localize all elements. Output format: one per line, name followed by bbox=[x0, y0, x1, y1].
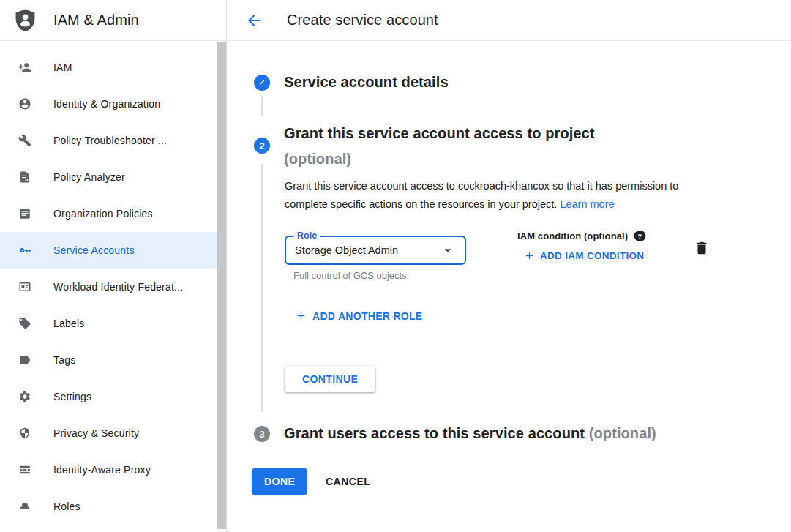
sidebar-item-label: Settings bbox=[53, 391, 91, 402]
iam-condition-label: IAM condition (optional) bbox=[517, 231, 628, 241]
step2-number: 2 bbox=[259, 141, 264, 151]
role-helper-text: Full control of GCS objects. bbox=[293, 270, 409, 281]
sidebar-item-labels[interactable]: Labels bbox=[0, 305, 226, 342]
account-circle-icon bbox=[18, 97, 31, 110]
gear-icon bbox=[18, 390, 31, 403]
product-name: IAM & Admin bbox=[53, 12, 139, 29]
done-button[interactable]: DONE bbox=[252, 468, 307, 495]
create-service-account-content: Service account details 2 Grant this ser… bbox=[228, 41, 791, 532]
add-iam-condition-label: ADD IAM CONDITION bbox=[540, 250, 644, 261]
person-add-icon bbox=[18, 61, 31, 74]
sidebar-item-tags[interactable]: Tags bbox=[0, 342, 226, 378]
proxy-icon bbox=[18, 463, 31, 476]
document-icon bbox=[18, 207, 31, 220]
sidebar-item-label: Privacy & Security bbox=[53, 427, 139, 439]
iam-admin-console: IAM & Admin Create service account IAM I… bbox=[0, 0, 791, 532]
add-another-role-label: ADD ANOTHER ROLE bbox=[312, 310, 423, 322]
add-iam-condition-button[interactable]: ADD IAM CONDITION bbox=[524, 250, 644, 261]
step3-number: 3 bbox=[259, 429, 264, 440]
sidebar-item-label: Identity & Organization bbox=[53, 98, 160, 110]
header-product-section: IAM & Admin bbox=[0, 0, 227, 41]
label-tag-icon bbox=[18, 317, 31, 330]
step3-title-text: Grant users access to this service accou… bbox=[284, 425, 585, 441]
iam-condition-label-row: IAM condition (optional) ? bbox=[517, 230, 646, 242]
sidebar-nav: IAM Identity & Organization Policy Troub… bbox=[0, 41, 227, 532]
header-page-section: Create service account bbox=[227, 0, 791, 41]
step1-title: Service account details bbox=[284, 74, 449, 91]
role-select[interactable]: Role Storage Object Admin bbox=[285, 236, 466, 265]
sidebar-item-label: Roles bbox=[53, 501, 80, 512]
sidebar-item-workload-identity-federation[interactable]: Workload Identity Federat... bbox=[0, 269, 226, 305]
page-title: Create service account bbox=[287, 12, 438, 29]
sidebar-item-label: IAM bbox=[53, 61, 72, 73]
roles-hat-icon bbox=[18, 500, 31, 513]
role-selected-value: Storage Object Admin bbox=[295, 244, 398, 256]
badge-card-icon bbox=[18, 280, 31, 293]
sidebar-item-identity-aware-proxy[interactable]: Identity-Aware Proxy bbox=[0, 452, 226, 488]
sidebar-item-iam[interactable]: IAM bbox=[0, 49, 226, 86]
learn-more-link[interactable]: Learn more bbox=[560, 198, 614, 210]
sidebar-item-identity-organization[interactable]: Identity & Organization bbox=[0, 86, 226, 122]
step3-title: Grant users access to this service accou… bbox=[284, 425, 656, 442]
sidebar-item-policy-troubleshooter[interactable]: Policy Troubleshooter ... bbox=[0, 122, 226, 159]
sidebar-item-label: Workload Identity Federat... bbox=[53, 281, 183, 293]
step3-number-circle: 3 bbox=[254, 426, 270, 442]
step3-optional-label: (optional) bbox=[589, 425, 656, 441]
step-connector-line bbox=[261, 97, 263, 116]
svg-text:?: ? bbox=[638, 232, 642, 240]
sidebar-item-label: Policy Analyzer bbox=[53, 171, 125, 183]
iam-shield-logo-icon bbox=[14, 8, 37, 33]
step2-title-text: Grant this service account access to pro… bbox=[284, 125, 595, 141]
help-icon[interactable]: ? bbox=[634, 230, 646, 242]
step2-optional-label: (optional) bbox=[284, 151, 351, 167]
step-connector-line bbox=[261, 164, 263, 411]
check-icon bbox=[257, 78, 267, 88]
sidebar-item-privacy-security[interactable]: Privacy & Security bbox=[0, 415, 226, 452]
step2-number-circle: 2 bbox=[254, 138, 270, 154]
role-field-label: Role bbox=[293, 231, 320, 241]
step1-completed-check-circle bbox=[254, 75, 270, 91]
back-button[interactable] bbox=[245, 12, 263, 29]
sidebar-item-roles[interactable]: Roles bbox=[0, 488, 226, 525]
sidebar-item-label: Policy Troubleshooter ... bbox=[53, 135, 167, 146]
plus-icon bbox=[295, 310, 307, 322]
shield-icon bbox=[18, 427, 31, 440]
wrench-icon bbox=[18, 134, 31, 147]
continue-button[interactable]: CONTINUE bbox=[285, 366, 375, 392]
step2-title: Grant this service account access to pro… bbox=[284, 121, 657, 172]
sidebar-item-label: Organization Policies bbox=[53, 208, 153, 220]
sidebar-scrollbar[interactable] bbox=[217, 42, 226, 529]
dropdown-arrow-icon bbox=[440, 242, 456, 258]
top-header: IAM & Admin Create service account bbox=[0, 0, 791, 41]
sidebar-item-organization-policies[interactable]: Organization Policies bbox=[0, 195, 226, 232]
sidebar-item-label: Tags bbox=[53, 354, 75, 366]
tag-arrow-icon bbox=[18, 353, 31, 367]
sidebar-item-settings[interactable]: Settings bbox=[0, 378, 226, 415]
step2-description: Grant this service account access to coc… bbox=[285, 177, 724, 214]
service-account-key-icon bbox=[18, 244, 31, 257]
step2-description-text: Grant this service account access to coc… bbox=[285, 180, 678, 210]
plus-icon bbox=[524, 250, 535, 261]
sidebar-item-label: Labels bbox=[53, 318, 84, 329]
delete-role-button[interactable] bbox=[693, 240, 711, 258]
trash-icon bbox=[694, 240, 710, 256]
sidebar-item-service-accounts[interactable]: Service Accounts bbox=[0, 232, 226, 269]
arrow-back-icon bbox=[245, 12, 263, 29]
sidebar-item-label: Service Accounts bbox=[53, 244, 135, 256]
sidebar-item-policy-analyzer[interactable]: Policy Analyzer bbox=[0, 159, 226, 195]
policy-analyzer-icon bbox=[18, 171, 31, 184]
sidebar-item-label: Identity-Aware Proxy bbox=[53, 464, 151, 476]
cancel-button[interactable]: CANCEL bbox=[320, 468, 376, 495]
add-another-role-button[interactable]: ADD ANOTHER ROLE bbox=[295, 310, 423, 322]
